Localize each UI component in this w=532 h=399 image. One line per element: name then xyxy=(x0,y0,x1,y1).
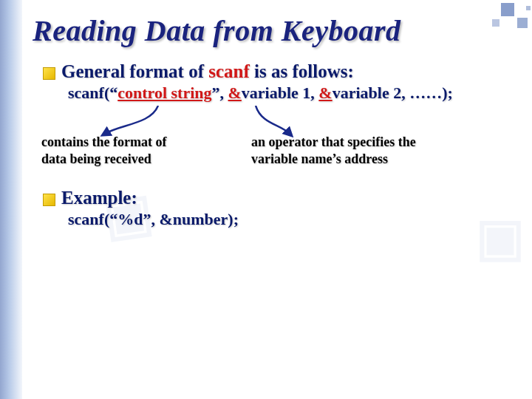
text: scanf(“ xyxy=(68,83,117,102)
bullet-2-text: Example: xyxy=(61,188,137,208)
scanf-example: scanf(“%d”, &number); xyxy=(68,210,517,229)
text: contains the format of xyxy=(41,134,211,151)
text: an operator that specifies the xyxy=(251,134,473,151)
slide-title: Reading Data from Keyboard xyxy=(33,13,517,48)
callout-control-string: contains the format of data being receiv… xyxy=(41,134,211,167)
control-string: control string xyxy=(117,83,211,102)
bullet-1: General format of scanf is as follows: xyxy=(43,61,517,82)
callouts-area: contains the format of data being receiv… xyxy=(33,106,517,183)
bullet-1-text: General format of scanf is as follows: xyxy=(61,61,354,82)
scanf-general-form: scanf(“control string”, &variable 1, &va… xyxy=(68,83,517,103)
bullet-2: Example: xyxy=(43,188,517,208)
text: data being received xyxy=(41,151,211,168)
text: scanf(“%d”, xyxy=(68,210,159,228)
bullet-icon xyxy=(43,194,55,206)
fn-name: scanf xyxy=(208,61,250,81)
text: is as follows: xyxy=(250,61,354,81)
text: variable name’s address xyxy=(251,151,473,168)
bullet-icon xyxy=(43,67,55,80)
ampersand-2: & xyxy=(318,83,332,102)
ampersand: & xyxy=(159,210,172,228)
text: variable 1, xyxy=(242,83,319,102)
callout-ampersand: an operator that specifies the variable … xyxy=(251,134,473,167)
text: variable 2, ……); xyxy=(332,83,453,102)
text: number); xyxy=(173,210,239,228)
slide-body: Reading Data from Keyboard General forma… xyxy=(0,0,532,399)
text: ”, xyxy=(212,83,228,102)
text: General format of xyxy=(61,61,208,81)
ampersand-1: & xyxy=(228,83,242,102)
